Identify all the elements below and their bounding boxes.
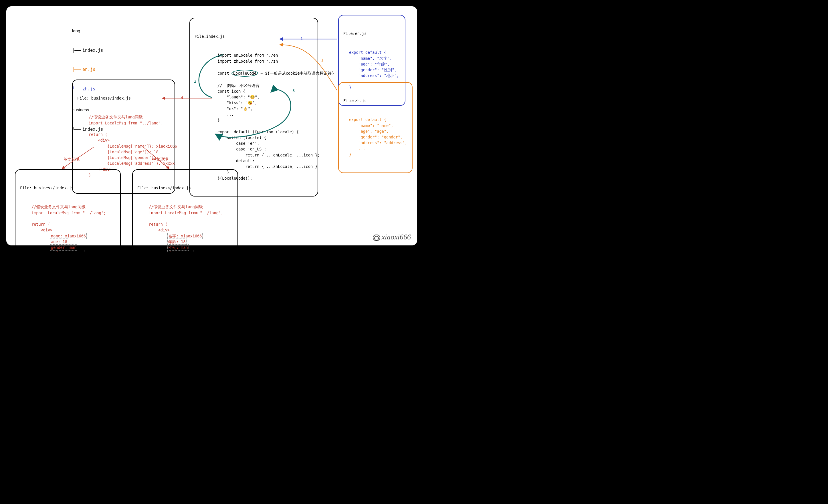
code-line: "address": "地址", [349,73,399,78]
code-line: "age": "年龄", [349,62,390,67]
wechat-icon [373,235,380,241]
code-line: ... [349,146,365,151]
code-line: "name": "name", [349,123,393,128]
code-line: return ( [149,222,167,226]
box-output-zh: File: business/index.js //假设业务文件夹与lang同级… [132,169,238,252]
code-line: "name": "名字", [349,56,392,60]
code-line: } [349,152,351,157]
box-zh-title: File:zh.js [343,98,407,103]
code-line: // 图标: 不区分语言 [217,83,259,88]
box-output-en-title: File: business/index.js [20,185,116,191]
diagram-canvas: lang ├── index.js ├── en.js └── zh.js bu… [6,6,418,246]
code-line: import zhLocale from './zh' [217,59,280,64]
code-line: const icon { [217,89,246,93]
hl-zh-address: 地址: xxxxx [167,250,194,252]
box-en-title: File:en.js [343,31,400,36]
box-output-en: File: business/index.js //假设业务文件夹与lang同级… [15,169,121,252]
code-line: <div> [149,228,170,232]
label-4: 4 [181,95,183,101]
hl-zh-age: 年龄: 18 [167,239,187,245]
code-line: {LocaleMsg['age']}: 18 [89,150,159,154]
box-output-zh-title: File: business/index.js [137,185,233,191]
code-line: {LocaleMsg['name']}: xiaoxi666 [89,144,177,149]
tree-branch-icon: ├── [72,67,82,72]
label-2: 2 [194,78,196,84]
locale-code-highlight: LocaleCode [232,70,258,77]
code-line: import LocaleMsg from "../lang"; [89,121,163,125]
code-line: "ok": "👌", [217,107,253,111]
label-3: 3 [292,88,295,94]
box-index-title: File:index.js [195,34,313,39]
code-line: = ${一般是从cookie中获取语言标识符} [258,71,334,76]
hl-zh-gender: 性别: man [167,244,189,251]
label-en-env: 英文环境 [64,157,80,163]
tree-en: en.js [82,67,95,72]
tree-index: index.js [82,48,103,53]
hl-en-age: age: 18 [50,239,68,245]
code-line: "address": "address", [349,140,407,145]
hl-en-name: name: xiaoxi666 [50,233,87,239]
code-line: <div> [89,138,110,142]
label-1-orange: 1 [321,57,323,63]
code-line: return ( [89,132,107,137]
box-business-title: File: business/index.js [77,95,170,101]
hl-en-gender: gender: man [50,244,77,251]
code-line: switch (locale) { [217,135,266,140]
code-line: "gender": "性别", [349,68,397,72]
watermark: xiaoxi666 [373,232,411,243]
box-zh: File:zh.js export default { "name": "nam… [338,82,413,173]
code-line: const [217,71,232,76]
code-line: "gender": "gender", [349,135,403,139]
code-line: case 'en_US': [217,147,266,151]
label-zh-env: 中文环境 [152,157,168,163]
code-line: return ( [32,222,50,226]
tree-lang: lang [72,28,103,34]
code-line: "kiss": "😘", [217,100,257,105]
code-line: "age": "age", [349,129,388,134]
watermark-text: xiaoxi666 [381,233,411,241]
code-line: export default (function (locale) { [217,130,299,134]
code-line: return { ...enLocale, ...icon }; [217,153,320,157]
code-line: export default { [349,50,386,55]
code-line: case 'en': [217,141,259,145]
code-line: return { ...zhLocale, ...icon } [217,164,318,169]
code-line: //假设业务文件夹与lang同级 [149,205,203,209]
code-line: } [217,118,220,122]
code-line: //假设业务文件夹与lang同级 [32,205,86,209]
code-line: import enLocale from './en' [217,53,280,57]
hl-zh-name: 名字: xiaoxi666 [167,233,203,239]
code-line: import LocaleMsg from "../lang"; [32,211,106,215]
code-line: ... [217,112,234,117]
code-line: default: [217,159,255,163]
code-line: //假设业务文件夹与lang同级 [89,115,143,119]
code-line: <div> [32,228,52,232]
tree-branch-icon: ├── [72,48,82,53]
code-line: import LocaleMsg from "../lang"; [149,211,223,215]
hl-en-address: address: xxxxx [50,250,84,252]
label-1-blue: 1 [300,36,303,42]
code-line: export default { [349,117,386,122]
code-line: "laugh": "😄", [217,95,259,99]
